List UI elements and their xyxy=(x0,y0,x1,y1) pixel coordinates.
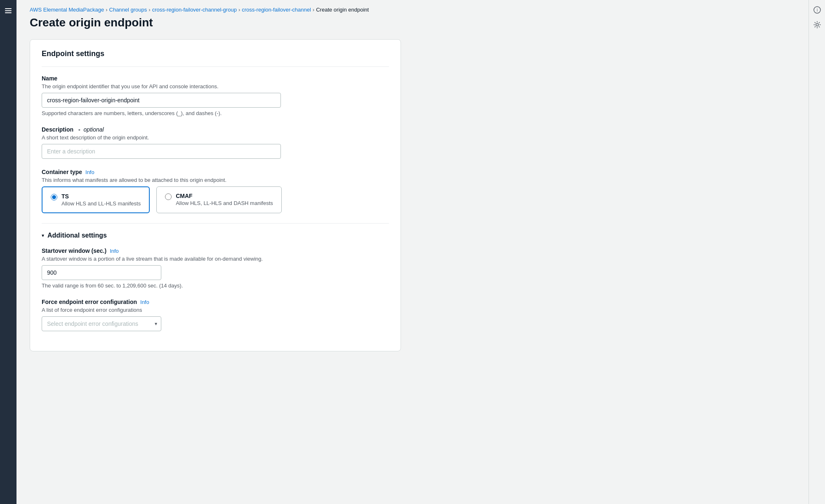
container-type-cmaf-card[interactable]: CMAF Allow HLS, LL-HLS and DASH manifest… xyxy=(156,186,282,213)
startover-window-info-link[interactable]: Info xyxy=(110,248,119,254)
svg-rect-0 xyxy=(5,8,12,9)
svg-point-5 xyxy=(816,24,818,26)
force-endpoint-error-label: Force endpoint error configuration Info xyxy=(42,299,389,305)
left-sidebar xyxy=(0,0,16,504)
divider-1 xyxy=(42,66,389,67)
menu-icon[interactable] xyxy=(2,5,14,16)
force-endpoint-error-field-group: Force endpoint error configuration Info … xyxy=(42,299,389,331)
container-type-info-link[interactable]: Info xyxy=(85,169,94,175)
force-endpoint-error-select-wrapper: Select endpoint error configurations ▾ xyxy=(42,316,161,331)
endpoint-settings-card: Endpoint settings Name The origin endpoi… xyxy=(30,39,401,351)
breadcrumb-current: Create origin endpoint xyxy=(316,7,369,13)
cmaf-label: CMAF xyxy=(176,193,273,199)
endpoint-settings-title: Endpoint settings xyxy=(42,49,389,58)
container-type-cmaf-radio[interactable] xyxy=(165,193,172,200)
breadcrumb-sep-1: › xyxy=(106,7,107,13)
additional-settings-header[interactable]: ▾ Additional settings xyxy=(42,232,389,239)
breadcrumb-link-channel[interactable]: cross-region-failover-channel xyxy=(242,7,311,13)
svg-rect-2 xyxy=(5,12,12,13)
container-type-field-group: Container type Info This informs what ma… xyxy=(42,169,389,213)
force-endpoint-error-select[interactable]: Select endpoint error configurations xyxy=(42,316,161,331)
breadcrumb-link-channel-group[interactable]: cross-region-failover-channel-group xyxy=(152,7,237,13)
name-label: Name xyxy=(42,75,389,82)
info-circle-icon[interactable]: i xyxy=(812,5,822,15)
force-endpoint-error-info-link[interactable]: Info xyxy=(140,299,149,305)
name-field-group: Name The origin endpoint identifier that… xyxy=(42,75,389,116)
breadcrumb-sep-4: › xyxy=(313,7,314,13)
container-type-label: Container type Info xyxy=(42,169,389,175)
ts-label: TS xyxy=(61,193,141,200)
startover-window-hint: A startover window is a portion of a liv… xyxy=(42,256,389,262)
collapse-arrow-icon: ▾ xyxy=(42,233,44,238)
svg-text:i: i xyxy=(816,8,817,12)
additional-settings-title: Additional settings xyxy=(47,232,107,239)
divider-2 xyxy=(42,223,389,224)
description-input[interactable] xyxy=(42,144,281,159)
force-endpoint-error-hint: A list of force endpoint error configura… xyxy=(42,307,389,313)
description-field-group: Description - optional A short text desc… xyxy=(42,126,389,159)
breadcrumb-link-mediapackage[interactable]: AWS Elemental MediaPackage xyxy=(30,7,104,13)
description-label: Description - optional xyxy=(42,126,389,133)
container-type-ts-radio[interactable] xyxy=(51,194,57,200)
main-content: AWS Elemental MediaPackage › Channel gro… xyxy=(16,0,808,504)
name-input[interactable] xyxy=(42,93,281,108)
startover-window-label: Startover window (sec.) Info xyxy=(42,247,389,254)
breadcrumb: AWS Elemental MediaPackage › Channel gro… xyxy=(30,7,795,13)
settings-icon[interactable] xyxy=(812,20,822,30)
right-rail: i xyxy=(808,0,825,504)
page-title: Create origin endpoint xyxy=(30,16,795,29)
breadcrumb-sep-3: › xyxy=(238,7,240,13)
svg-rect-1 xyxy=(5,10,12,11)
container-type-ts-card[interactable]: TS Allow HLS and LL-HLS manifests xyxy=(42,186,150,213)
container-type-radio-cards: TS Allow HLS and LL-HLS manifests CMAF A… xyxy=(42,186,389,213)
description-optional: optional xyxy=(84,126,104,133)
ts-description: Allow HLS and LL-HLS manifests xyxy=(61,200,141,207)
startover-window-note: The valid range is from 60 sec. to 1,209… xyxy=(42,283,389,289)
breadcrumb-link-channel-groups[interactable]: Channel groups xyxy=(109,7,147,13)
cmaf-description: Allow HLS, LL-HLS and DASH manifests xyxy=(176,200,273,206)
description-hint: A short text description of the origin e… xyxy=(42,134,389,141)
startover-window-input[interactable] xyxy=(42,265,161,280)
name-note: Supported characters are numbers, letter… xyxy=(42,110,389,116)
name-hint: The origin endpoint identifier that you … xyxy=(42,83,389,89)
breadcrumb-sep-2: › xyxy=(148,7,150,13)
container-type-hint: This informs what manifests are allowed … xyxy=(42,177,389,183)
startover-window-field-group: Startover window (sec.) Info A startover… xyxy=(42,247,389,289)
